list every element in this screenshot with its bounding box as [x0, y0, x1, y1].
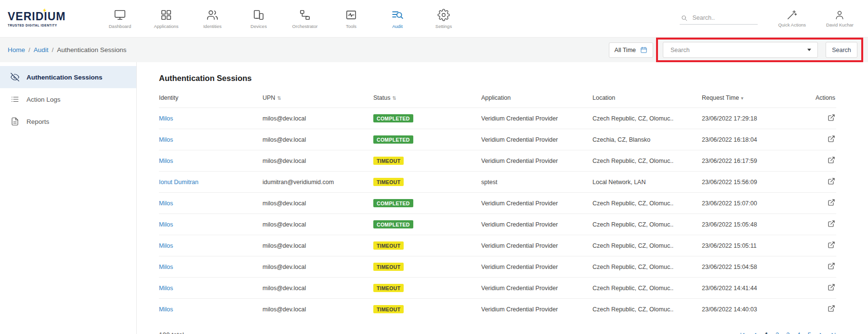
page-body: Authentication Sessions Action Logs Repo… — [0, 62, 868, 334]
global-search-input[interactable] — [692, 14, 752, 21]
identity-link[interactable]: Ionut Dumitran — [159, 179, 198, 186]
page-button-4[interactable]: 4 — [797, 331, 801, 334]
identity-link[interactable]: Milos — [159, 136, 173, 143]
open-session-icon[interactable] — [828, 199, 835, 206]
identity-link[interactable]: Milos — [159, 285, 173, 292]
identity-link[interactable]: Milos — [159, 158, 173, 164]
quick-actions-button[interactable]: Quick Actions — [778, 10, 806, 27]
open-session-icon[interactable] — [828, 262, 835, 270]
actions-cell — [811, 193, 836, 214]
last-page-button[interactable] — [831, 332, 836, 334]
identity-link[interactable]: Milos — [159, 221, 173, 228]
breadcrumb-home[interactable]: Home — [8, 46, 25, 53]
location-cell: Local Network, LAN — [592, 172, 702, 193]
action-logs-icon — [11, 95, 19, 104]
brand-logo[interactable]: VERIDIUM TRUSTED DIGITAL IDENTITY — [8, 10, 80, 27]
status-cell: COMPLETED — [373, 129, 481, 150]
nav-item-dashboard[interactable]: Dashboard — [105, 9, 135, 29]
prev-page-button[interactable] — [752, 332, 758, 334]
nav-item-tools[interactable]: Tools — [336, 9, 366, 29]
brand-tagline: TRUSTED DIGITAL IDENTITY — [8, 24, 80, 27]
nav-item-applications[interactable]: Applications — [151, 9, 181, 29]
total-count: 100 total — [159, 331, 184, 334]
table-row: Milos milos@dev.local TIMEOUT Veridium C… — [159, 256, 836, 278]
actions-cell — [811, 235, 836, 256]
sidebar-item-reports[interactable]: Reports — [0, 110, 136, 133]
breadcrumb-audit[interactable]: Audit — [34, 46, 49, 53]
breadcrumb-bar: Home / Audit / Authentication Sessions A… — [0, 38, 868, 62]
nav-item-identities[interactable]: Identities — [197, 9, 227, 29]
open-session-icon[interactable] — [828, 220, 835, 227]
table-footer: 100 total 1 2 3 4 5 — [159, 331, 836, 334]
upn-cell: milos@dev.local — [263, 235, 373, 256]
sidebar-item-label: Action Logs — [26, 96, 61, 103]
nav-label: Devices — [250, 24, 267, 29]
tools-icon — [345, 9, 357, 21]
search-icon — [681, 14, 688, 22]
request-time-cell: 23/06/2022 15:05:48 — [702, 214, 811, 235]
status-cell: TIMEOUT — [373, 172, 481, 193]
table-row: Milos milos@dev.local TIMEOUT Veridium C… — [159, 150, 836, 172]
application-cell: Veridium Credential Provider — [481, 214, 592, 235]
sessions-table: Identity UPN⇅ Status⇅ Application Locati… — [159, 90, 836, 320]
identity-cell: Milos — [159, 193, 263, 214]
sidebar-item-label: Reports — [26, 118, 49, 125]
sidebar-item-authentication-sessions[interactable]: Authentication Sessions — [0, 66, 136, 88]
actions-cell — [811, 278, 836, 299]
top-bar: VERIDIUM TRUSTED DIGITAL IDENTITY Dashbo… — [0, 0, 868, 38]
identity-link[interactable]: Milos — [159, 242, 173, 249]
upn-cell: milos@dev.local — [263, 278, 373, 299]
breadcrumb-separator: / — [28, 46, 30, 53]
user-menu[interactable]: David Kuchar — [826, 10, 854, 27]
status-cell: COMPLETED — [373, 193, 481, 214]
page-button-5[interactable]: 5 — [808, 331, 811, 334]
actions-cell — [811, 256, 836, 278]
open-session-icon[interactable] — [828, 283, 835, 291]
nav-label: Audit — [392, 24, 403, 29]
nav-label: Orchestrator — [292, 24, 318, 29]
header-tools: Quick Actions David Kuchar — [680, 10, 854, 27]
identity-cell: Milos — [159, 299, 263, 320]
page-button-3[interactable]: 3 — [786, 331, 789, 334]
column-header-request-time[interactable]: Request Time▾ — [702, 90, 811, 108]
identity-link[interactable]: Milos — [159, 200, 173, 207]
first-page-button[interactable] — [740, 332, 745, 334]
request-time-cell: 23/06/2022 14:41:44 — [702, 278, 811, 299]
nav-item-devices[interactable]: Devices — [244, 9, 274, 29]
next-page-button[interactable] — [818, 332, 824, 334]
identity-link[interactable]: Milos — [159, 306, 173, 313]
nav-item-audit[interactable]: Audit — [382, 9, 412, 29]
pagination: 1 2 3 4 5 — [740, 331, 836, 334]
open-session-icon[interactable] — [828, 135, 835, 143]
column-header-upn[interactable]: UPN⇅ — [263, 90, 373, 108]
identity-cell: Milos — [159, 214, 263, 235]
open-session-icon[interactable] — [828, 241, 835, 249]
open-session-icon[interactable] — [828, 156, 835, 164]
application-cell: Veridium Credential Provider — [481, 278, 592, 299]
open-session-icon[interactable] — [828, 305, 835, 312]
search-button[interactable]: Search — [826, 42, 857, 58]
quick-actions-icon — [787, 10, 797, 20]
status-cell: TIMEOUT — [373, 256, 481, 278]
user-name: David Kuchar — [826, 22, 854, 27]
audit-search-placeholder: Search — [671, 47, 690, 53]
upn-cell: milos@dev.local — [263, 129, 373, 150]
reports-icon — [11, 117, 19, 126]
open-session-icon[interactable] — [828, 114, 835, 121]
open-session-icon[interactable] — [828, 177, 835, 185]
sidebar-item-action-logs[interactable]: Action Logs — [0, 88, 136, 110]
nav-item-settings[interactable]: Settings — [429, 9, 459, 29]
sessions-icon — [11, 73, 19, 81]
table-header-row: Identity UPN⇅ Status⇅ Application Locati… — [159, 90, 836, 108]
identity-link[interactable]: Milos — [159, 115, 173, 122]
nav-item-orchestrator[interactable]: Orchestrator — [290, 9, 320, 29]
location-cell: Czechia, CZ, Blansko — [592, 129, 702, 150]
column-header-actions: Actions — [811, 90, 836, 108]
audit-search-select[interactable]: Search — [663, 42, 818, 58]
identity-link[interactable]: Milos — [159, 264, 173, 270]
column-header-status[interactable]: Status⇅ — [373, 90, 481, 108]
page-button-2[interactable]: 2 — [776, 331, 779, 334]
nav-label: Tools — [346, 24, 356, 29]
time-range-button[interactable]: All Time — [609, 42, 653, 58]
page-button-1[interactable]: 1 — [765, 331, 768, 334]
